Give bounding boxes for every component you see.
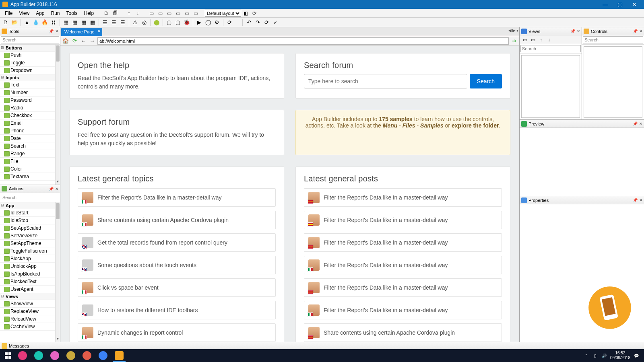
close-icon[interactable]: ✕ xyxy=(54,29,59,34)
toolbar-icon[interactable]: ◧ xyxy=(242,10,249,17)
tree-item[interactable]: IsAppBlocked xyxy=(0,270,55,278)
toolbar-icon[interactable]: 🗐 xyxy=(111,10,119,17)
start-button[interactable] xyxy=(2,349,14,362)
stop-icon[interactable]: ◯ xyxy=(204,19,212,27)
refresh-icon[interactable]: ⟳ xyxy=(262,19,270,27)
tree-item[interactable]: IdleStop xyxy=(0,217,55,224)
tree-item[interactable]: Number xyxy=(0,89,55,97)
tree-item[interactable]: BlockedText xyxy=(0,278,55,286)
square-icon[interactable]: ▢ xyxy=(174,19,182,27)
controls-search-input[interactable] xyxy=(583,36,643,43)
scrollbar[interactable]: ▲▼ xyxy=(55,202,60,342)
menu-view[interactable]: View xyxy=(16,10,33,17)
forum-post[interactable]: Filter the Report's Data like in a maste… xyxy=(304,278,502,297)
forum-post[interactable]: Filter the Report's Data like in a maste… xyxy=(304,188,502,207)
pin-icon[interactable]: 📌 xyxy=(570,29,575,34)
forum-search-input[interactable] xyxy=(304,74,467,88)
tree-item[interactable]: Toggle xyxy=(0,59,55,67)
refresh-icon[interactable]: ⟳ xyxy=(71,37,78,45)
tree-item[interactable]: SetViewSize xyxy=(0,232,55,240)
taskbar-app[interactable] xyxy=(79,349,95,362)
close-icon[interactable]: ✕ xyxy=(576,29,581,34)
tab-welcome[interactable]: Welcome Page✕ xyxy=(61,28,102,36)
refresh-icon[interactable]: ⟳ xyxy=(225,19,233,27)
taskbar-clock[interactable]: 16:5209/09/2018 xyxy=(610,351,630,360)
taskbar-app-appbuilder[interactable] xyxy=(111,349,127,362)
tree-item[interactable]: Search xyxy=(0,142,55,150)
tray-chevron-icon[interactable]: ˄ xyxy=(584,353,589,358)
close-icon[interactable]: ✕ xyxy=(54,186,59,191)
fire-icon[interactable]: 🔥 xyxy=(41,19,49,27)
tree-item[interactable]: SetAppTheme xyxy=(0,240,55,247)
close-button[interactable]: ✕ xyxy=(627,0,642,9)
tree-item[interactable]: ReplaceView xyxy=(0,308,55,315)
close-icon[interactable]: ✕ xyxy=(638,121,643,126)
menu-app[interactable]: App xyxy=(33,10,47,17)
tree-item[interactable]: Date xyxy=(0,135,55,142)
grid-icon[interactable]: ▦ xyxy=(89,19,97,27)
pin-icon[interactable]: 📌 xyxy=(49,29,54,34)
forum-post[interactable]: Filter the Report's Data like in a maste… xyxy=(78,188,276,207)
taskbar-app[interactable] xyxy=(95,349,111,362)
views-list[interactable] xyxy=(521,55,580,118)
tree-group[interactable]: Views xyxy=(0,293,55,300)
tree-item[interactable]: ShowView xyxy=(0,300,55,308)
pin-icon[interactable]: 📌 xyxy=(633,29,638,34)
add-icon[interactable]: ▭ xyxy=(521,36,528,43)
menu-run[interactable]: Run xyxy=(48,10,63,17)
tree-item[interactable]: Password xyxy=(0,97,55,104)
check-icon[interactable]: ✓ xyxy=(271,19,279,27)
forum-post[interactable]: Filter the Report's Data like in a maste… xyxy=(304,211,502,229)
toolbar-icon[interactable]: ▭ xyxy=(148,10,155,17)
scrollbar[interactable]: ▲▼ xyxy=(55,45,60,185)
grid-icon[interactable]: ▦ xyxy=(71,19,79,27)
play-icon[interactable]: ▶ xyxy=(195,19,203,27)
redo-icon[interactable]: ↷ xyxy=(254,19,262,27)
list-icon[interactable]: ☰ xyxy=(119,19,127,27)
support-card[interactable]: Support forum Feel free to post any ques… xyxy=(69,110,284,155)
close-icon[interactable]: ✕ xyxy=(638,29,643,34)
forum-post[interactable]: Click vs space bar event xyxy=(78,278,276,297)
tray-network-icon[interactable]: ▯ xyxy=(592,353,598,358)
close-icon[interactable]: ✕ xyxy=(97,29,101,33)
forum-post[interactable]: Some questions about the touch events xyxy=(78,256,276,274)
prev-tab-icon[interactable]: ◀ xyxy=(508,28,512,33)
target-icon[interactable]: ◎ xyxy=(140,19,148,27)
tree-item[interactable]: Phone xyxy=(0,127,55,135)
forward-icon[interactable]: → xyxy=(89,37,96,45)
tab-menu-icon[interactable]: ▾ xyxy=(516,28,518,33)
list-icon[interactable]: ☰ xyxy=(101,19,109,27)
square-icon[interactable]: ▢ xyxy=(165,19,173,27)
grid-icon[interactable]: ▦ xyxy=(62,19,70,27)
tree-item[interactable]: Range xyxy=(0,150,55,158)
home-icon[interactable]: 🏠 xyxy=(62,37,69,45)
tree-item[interactable]: UnblockApp xyxy=(0,263,55,270)
arrow-up-icon[interactable]: ↑ xyxy=(537,36,545,43)
menu-help[interactable]: Help xyxy=(81,10,97,17)
tray-volume-icon[interactable]: 🔊 xyxy=(601,353,607,358)
new-icon[interactable]: 🗋 xyxy=(2,19,10,27)
open-icon[interactable]: 📂 xyxy=(10,19,19,27)
taskbar-app[interactable] xyxy=(47,349,63,362)
taskbar-app[interactable] xyxy=(63,349,79,362)
toolbar-icon[interactable]: ▭ xyxy=(174,10,182,17)
list-icon[interactable]: ☰ xyxy=(110,19,118,27)
messages-panel-header[interactable]: Messages xyxy=(0,342,644,349)
android-icon[interactable]: ⬤ xyxy=(153,19,161,27)
maximize-button[interactable]: ▢ xyxy=(613,0,627,9)
toolbar-icon[interactable]: 🗋 xyxy=(103,10,110,17)
forum-post[interactable]: How to restore the different IDE toolbar… xyxy=(78,301,276,319)
go-icon[interactable]: ➔ xyxy=(510,37,518,45)
tree-item[interactable]: Textarea xyxy=(0,173,55,181)
minimize-button[interactable]: — xyxy=(598,0,613,9)
bug-icon[interactable]: 🐞 xyxy=(183,19,191,27)
views-search-input[interactable] xyxy=(520,45,581,52)
toolbar-icon[interactable]: ▭ xyxy=(157,10,164,17)
pin-icon[interactable]: 📌 xyxy=(633,121,638,126)
undo-icon[interactable]: ↶ xyxy=(245,19,253,27)
tree-item[interactable]: Text xyxy=(0,81,55,89)
tree-item[interactable]: UserAgent xyxy=(0,286,55,293)
taskbar-app[interactable] xyxy=(31,349,47,362)
tree-item[interactable]: File xyxy=(0,158,55,165)
tree-group[interactable]: App xyxy=(0,202,55,209)
